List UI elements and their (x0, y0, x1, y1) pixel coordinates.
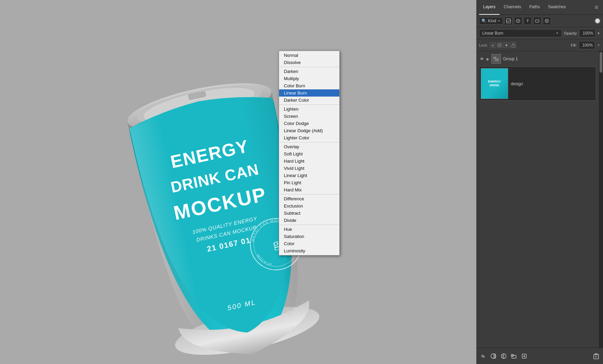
smart-filter-btn[interactable] (543, 17, 551, 25)
blend-option-hard-light[interactable]: Hard Light (279, 158, 339, 165)
tab-channels[interactable]: Channels (500, 0, 525, 15)
blend-mode-select[interactable]: Linear Burn ▼ (479, 29, 562, 37)
fx-button[interactable]: fx (479, 352, 487, 360)
layers-scrollbar[interactable] (599, 51, 603, 348)
can-container: ENERGY DRINK CAN MOCKUP 100% QUALITY ENE… (0, 0, 476, 364)
blend-option-saturation[interactable]: Saturation (279, 233, 339, 240)
eye-icon[interactable]: 👁 (479, 56, 485, 62)
blend-option-luminosity[interactable]: Luminosity (279, 247, 339, 254)
panel-toolbar: fx (476, 348, 603, 364)
blend-option-lighten[interactable]: Lighten (279, 105, 339, 113)
blend-option-hue[interactable]: Hue (279, 226, 339, 233)
blend-group-lighten: Lighten Screen Color Dodge Linear Dodge … (279, 105, 339, 142)
svg-rect-25 (495, 58, 499, 61)
opacity-row: Opacity: 100% ▼ (564, 29, 600, 37)
blend-mode-dropdown: Normal Dissolve Darken Multiply Color Bu… (279, 51, 340, 255)
blend-group-darken: Darken Multiply Color Burn Linear Burn D… (279, 67, 339, 105)
blend-option-linear-dodge[interactable]: Linear Dodge (Add) (279, 127, 339, 134)
blend-option-screen[interactable]: Screen (279, 113, 339, 120)
blend-group-normal: Normal Dissolve (279, 51, 339, 67)
blend-option-soft-light[interactable]: Soft Light (279, 150, 339, 158)
layers-list: 👁 ▶ Group 1 ENERGYDRINK design (476, 51, 599, 348)
expand-icon[interactable]: ▶ (487, 57, 489, 61)
blend-option-color-dodge[interactable]: Color Dodge (279, 120, 339, 127)
add-mask-button[interactable] (489, 352, 498, 360)
svg-rect-32 (594, 354, 599, 359)
blend-option-darker-color[interactable]: Darker Color (279, 97, 339, 104)
layers-scroll-area: 👁 ▶ Group 1 ENERGYDRINK design (476, 51, 603, 348)
new-group-button[interactable] (510, 352, 518, 360)
shape-filter-btn[interactable] (533, 17, 541, 25)
blend-option-difference[interactable]: Difference (279, 195, 339, 202)
blend-option-multiply[interactable]: Multiply (279, 75, 339, 82)
layer-design-preview: ENERGYDRINK design (479, 66, 596, 101)
blend-option-darken[interactable]: Darken (279, 68, 339, 75)
svg-rect-23 (512, 45, 515, 47)
blend-option-hard-mix[interactable]: Hard Mix (279, 186, 339, 193)
lock-image-btn[interactable] (497, 42, 502, 48)
filter-toggle[interactable] (595, 18, 600, 24)
svg-point-21 (546, 20, 548, 22)
blend-option-normal[interactable]: Normal (279, 52, 339, 59)
lock-transparent-btn[interactable] (490, 42, 495, 48)
panel-menu-icon[interactable]: ≡ (592, 4, 600, 11)
delete-layer-button[interactable] (592, 352, 600, 360)
blend-option-divide[interactable]: Divide (279, 217, 339, 224)
blend-option-color-burn[interactable]: Color Burn (279, 82, 339, 89)
blend-option-overlay[interactable]: Overlay (279, 143, 339, 150)
blend-option-exclusion[interactable]: Exclusion (279, 202, 339, 210)
svg-rect-19 (536, 20, 539, 22)
new-layer-button[interactable] (520, 352, 528, 360)
tab-paths[interactable]: Paths (525, 0, 544, 15)
kind-filter-select[interactable]: 🔍 Kind ▼ (479, 17, 503, 25)
svg-rect-30 (512, 355, 516, 358)
scrollbar-thumb[interactable] (600, 52, 602, 73)
blend-option-linear-light[interactable]: Linear Light (279, 172, 339, 179)
layers-panel: Layers Channels Paths Swatches ≡ 🔍 Kind … (476, 0, 603, 364)
image-filter-btn[interactable] (504, 17, 513, 25)
blend-option-lighter-color[interactable]: Lighter Color (279, 134, 339, 141)
lock-all-btn[interactable] (511, 42, 516, 48)
type-filter-btn[interactable]: T (524, 17, 532, 25)
blend-option-dissolve[interactable]: Dissolve (279, 59, 339, 66)
blend-option-vivid-light[interactable]: Vivid Light (279, 165, 339, 172)
blend-option-color[interactable]: Color (279, 240, 339, 247)
opacity-chevron-icon: ▼ (597, 32, 600, 35)
layer-group-1[interactable]: 👁 ▶ Group 1 (476, 53, 599, 65)
blend-option-subtract[interactable]: Subtract (279, 210, 339, 217)
panel-tabs: Layers Channels Paths Swatches ≡ (476, 0, 603, 15)
svg-rect-27 (493, 354, 496, 359)
fill-row: Lock: Fill: 100% ▼ (476, 39, 603, 51)
blend-option-linear-burn[interactable]: Linear Burn (279, 89, 339, 97)
blend-group-difference: Difference Exclusion Subtract Divide (279, 194, 339, 225)
blend-chevron-icon: ▼ (556, 32, 559, 35)
tab-swatches[interactable]: Swatches (544, 0, 570, 15)
blend-mode-row: Linear Burn ▼ Opacity: 100% ▼ (476, 27, 603, 39)
adjustment-layer-button[interactable] (500, 352, 508, 360)
blend-option-pin-light[interactable]: Pin Light (279, 179, 339, 186)
svg-rect-22 (498, 44, 501, 47)
tab-layers[interactable]: Layers (479, 0, 500, 15)
opacity-value[interactable]: 100% (579, 29, 595, 37)
canvas-area: ENERGY DRINK CAN MOCKUP 100% QUALITY ENE… (0, 0, 476, 364)
blend-group-color: Hue Saturation Color Luminosity (279, 225, 339, 255)
lock-position-btn[interactable] (504, 42, 509, 48)
fill-chevron-icon: ▼ (597, 43, 600, 47)
adjustment-filter-btn[interactable] (514, 17, 522, 25)
group-thumbnail (491, 54, 501, 64)
fill-value[interactable]: 100% (579, 41, 595, 49)
filter-row: 🔍 Kind ▼ T (476, 15, 603, 27)
blend-group-overlay: Overlay Soft Light Hard Light Vivid Ligh… (279, 142, 339, 194)
